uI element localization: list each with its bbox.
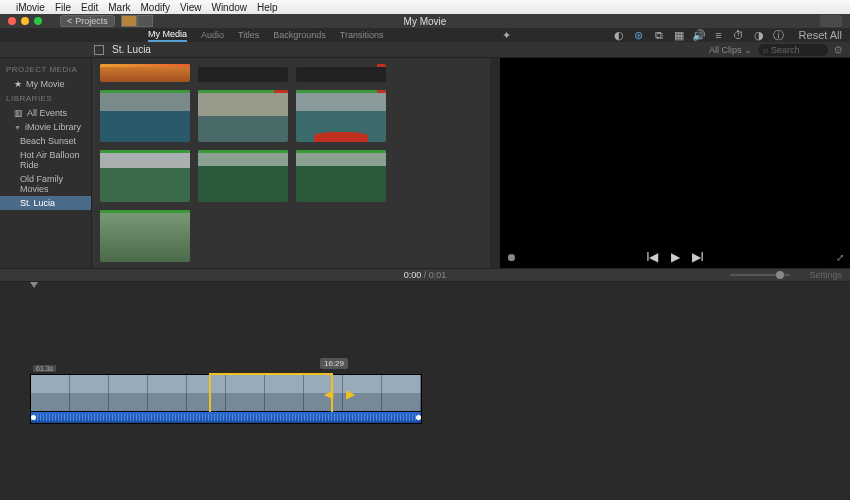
clip-thumbnail[interactable]: [198, 64, 288, 82]
sidebar-item-all-events[interactable]: ▥All Events: [0, 106, 91, 120]
zoom-slider[interactable]: [730, 274, 790, 276]
share-button[interactable]: [820, 15, 842, 27]
filter-icon[interactable]: ◑: [753, 29, 765, 41]
playback-controls: I◀ ▶ ▶I: [646, 250, 704, 264]
clip-thumbnail[interactable]: [100, 90, 190, 142]
tab-my-media[interactable]: My Media: [148, 29, 187, 42]
menu-view[interactable]: View: [180, 2, 202, 13]
timeline-area[interactable]: 16:29 61.3s: [0, 282, 850, 500]
menu-mark[interactable]: Mark: [108, 2, 130, 13]
clip-thumbnail[interactable]: [198, 150, 288, 202]
tab-backgrounds[interactable]: Backgrounds: [273, 30, 326, 40]
tab-audio[interactable]: Audio: [201, 30, 224, 40]
menu-window[interactable]: Window: [211, 2, 247, 13]
clip-filter-dropdown[interactable]: All Clips ⌄: [709, 45, 752, 55]
browser-options-icon[interactable]: ⊙: [834, 44, 842, 55]
clip-thumbnail[interactable]: [296, 150, 386, 202]
fade-handle-right[interactable]: [416, 415, 421, 420]
current-time: 0:00: [404, 270, 422, 280]
traffic-lights: [0, 17, 42, 25]
close-button[interactable]: [8, 17, 16, 25]
info-icon[interactable]: ⓘ: [773, 29, 785, 41]
macos-menubar: iMovie File Edit Mark Modify View Window…: [0, 0, 850, 14]
window-titlebar: <Projects My Movie: [0, 14, 850, 28]
minimize-button[interactable]: [21, 17, 29, 25]
waveform: [31, 414, 421, 421]
preview-viewer: ⏺ I◀ ▶ ▶I ⤢: [500, 58, 850, 268]
timeline-clip[interactable]: 61.3s: [30, 374, 422, 424]
play-button[interactable]: ▶: [671, 250, 680, 264]
menu-help[interactable]: Help: [257, 2, 278, 13]
sidebar-item-st-lucia[interactable]: St. Lucia: [0, 196, 91, 210]
sidebar-item-my-movie[interactable]: ★My Movie: [0, 77, 91, 91]
menu-file[interactable]: File: [55, 2, 71, 13]
menu-modify[interactable]: Modify: [141, 2, 170, 13]
star-icon: ★: [14, 79, 22, 89]
timecode-tooltip: 16:29: [320, 358, 348, 369]
window-title: My Movie: [404, 16, 447, 27]
calendar-icon: ▥: [14, 108, 23, 118]
crop-icon[interactable]: ⧉: [653, 29, 665, 41]
speed-icon[interactable]: ⏱: [733, 29, 745, 41]
adjustment-tools: ◐ ⊛ ⧉ ▦ 🔊 ≡ ⏱ ◑ ⓘ Reset All: [613, 29, 842, 41]
clip-thumbnail[interactable]: [100, 64, 190, 82]
media-browser: [92, 58, 490, 268]
stabilize-icon[interactable]: ▦: [673, 29, 685, 41]
tab-transitions[interactable]: Transitions: [340, 30, 384, 40]
menu-imovie[interactable]: iMovie: [16, 2, 45, 13]
zoom-button[interactable]: [34, 17, 42, 25]
fade-handle-left[interactable]: [31, 415, 36, 420]
sidebar-item-beach-sunset[interactable]: Beach Sunset: [0, 134, 91, 148]
tab-titles[interactable]: Titles: [238, 30, 259, 40]
noise-icon[interactable]: ≡: [713, 29, 725, 41]
browser-toolbar: St. Lucia All Clips ⌄ ⌕Search ⊙: [0, 42, 850, 58]
enhance-icon[interactable]: ✦: [502, 29, 511, 42]
fullscreen-icon[interactable]: ⤢: [836, 252, 844, 263]
back-to-projects-button[interactable]: <Projects: [60, 15, 115, 27]
color-balance-icon[interactable]: ◐: [613, 29, 625, 41]
sidebar-header-libraries: LIBRARIES: [0, 91, 91, 106]
sidebar-item-imovie-library[interactable]: ▼iMovie Library: [0, 120, 91, 134]
video-track[interactable]: [30, 374, 422, 412]
volume-icon[interactable]: 🔊: [693, 29, 705, 41]
duration: 0:01: [429, 270, 447, 280]
chevron-down-icon[interactable]: ▼: [14, 124, 21, 131]
menu-edit[interactable]: Edit: [81, 2, 98, 13]
clip-thumbnail[interactable]: [296, 90, 386, 142]
current-event-label: St. Lucia: [112, 44, 151, 55]
sidebar-header-project: PROJECT MEDIA: [0, 62, 91, 77]
audio-track[interactable]: [30, 412, 422, 424]
library-sidebar: PROJECT MEDIA ★My Movie LIBRARIES ▥All E…: [0, 58, 92, 268]
sidebar-item-hot-air-balloon[interactable]: Hot Air Balloon Ride: [0, 148, 91, 172]
grid-view-icon[interactable]: [94, 45, 104, 55]
clip-thumbnail[interactable]: [100, 210, 190, 262]
clip-thumbnail[interactable]: [198, 90, 288, 142]
clip-thumbnail[interactable]: [296, 64, 386, 82]
sidebar-item-old-family[interactable]: Old Family Movies: [0, 172, 91, 196]
clip-thumbnail[interactable]: [100, 150, 190, 202]
search-icon: ⌕: [763, 45, 768, 55]
timeline-settings-button[interactable]: Settings: [809, 270, 842, 280]
timecode-bar: 0:00 / 0:01 Settings: [0, 268, 850, 282]
reset-all-button[interactable]: Reset All: [799, 29, 842, 41]
voiceover-icon[interactable]: ⏺: [506, 251, 517, 263]
next-button[interactable]: ▶I: [692, 250, 704, 264]
prev-button[interactable]: I◀: [646, 250, 658, 264]
search-input[interactable]: ⌕Search: [758, 44, 828, 56]
color-correction-icon[interactable]: ⊛: [633, 29, 645, 41]
content-tabs: My Media Audio Titles Backgrounds Transi…: [0, 28, 850, 42]
playhead-marker[interactable]: [30, 282, 38, 288]
main-area: PROJECT MEDIA ★My Movie LIBRARIES ▥All E…: [0, 58, 850, 268]
clip-duration-badge: 61.3s: [33, 365, 56, 372]
view-toggle[interactable]: [121, 15, 153, 27]
